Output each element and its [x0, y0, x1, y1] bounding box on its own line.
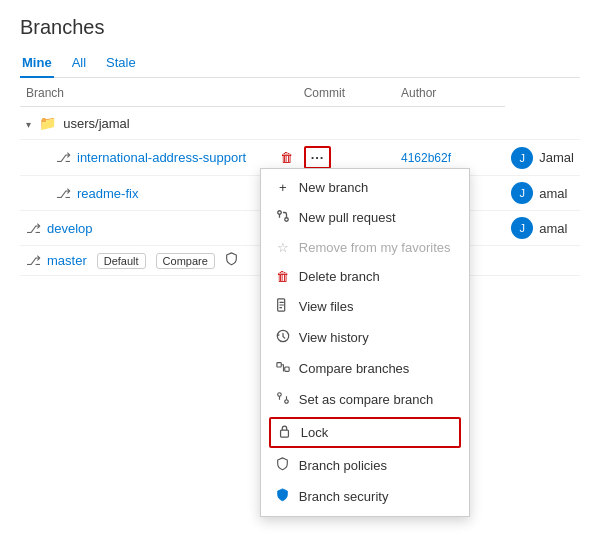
compare-icon [275, 360, 291, 377]
tab-mine[interactable]: Mine [20, 49, 54, 78]
menu-item-new-pr[interactable]: New pull request [261, 202, 469, 233]
lock-icon [277, 424, 293, 441]
tab-stale[interactable]: Stale [104, 49, 138, 78]
menu-item-view-history[interactable]: View history [261, 322, 469, 353]
svg-rect-8 [281, 430, 289, 437]
star-outline-icon: ☆ [275, 240, 291, 255]
commit-hash: 4162b62f [401, 151, 451, 165]
avatar: J [511, 217, 533, 239]
col-header-author: Author [395, 78, 505, 107]
more-actions-button[interactable]: ··· [304, 146, 332, 169]
tab-bar: Mine All Stale [20, 49, 580, 78]
branch-group-row: ▾ 📁 users/jamal [20, 107, 580, 140]
branch-link[interactable]: readme-fix [77, 186, 138, 201]
col-header-branch: Branch [20, 78, 270, 107]
svg-point-0 [278, 211, 282, 215]
col-header-commit: Commit [270, 78, 395, 107]
menu-item-remove-favorites: ☆ Remove from my favorites [261, 233, 469, 262]
author-cell: J Jamal [511, 147, 574, 169]
menu-item-branch-security[interactable]: Branch security [261, 481, 469, 512]
avatar: J [511, 147, 533, 169]
avatar: J [511, 182, 533, 204]
pull-request-icon [275, 209, 291, 226]
branch-link[interactable]: international-address-support [77, 150, 246, 165]
plus-icon: + [275, 180, 291, 195]
menu-item-set-compare-branch[interactable]: Set as compare branch [261, 384, 469, 415]
group-chevron[interactable]: ▾ [26, 119, 31, 130]
delete-icon[interactable]: 🗑 [280, 150, 293, 165]
svg-rect-5 [285, 367, 289, 371]
tab-all[interactable]: All [70, 49, 88, 78]
menu-item-branch-policies[interactable]: Branch policies [261, 450, 469, 481]
shield-icon [275, 488, 291, 505]
author-cell: J amal [511, 182, 574, 204]
menu-item-view-files[interactable]: View files [261, 291, 469, 322]
branch-link[interactable]: develop [47, 221, 93, 236]
menu-item-lock[interactable]: Lock [269, 417, 461, 448]
group-name: users/jamal [63, 116, 129, 131]
page-title: Branches [20, 16, 580, 39]
branch-icon: ⎇ [26, 253, 41, 268]
branch-link[interactable]: master [47, 253, 87, 268]
branch-icon: ⎇ [56, 186, 71, 201]
folder-icon: 📁 [39, 115, 56, 131]
svg-rect-4 [277, 363, 281, 367]
table-row: ⎇ international-address-support 🗑 ··· + … [20, 140, 580, 176]
branches-table: Branch Commit Author ▾ 📁 users/jamal ⎇ i… [20, 78, 580, 276]
compare-badge: Compare [156, 253, 215, 269]
default-badge: Default [97, 253, 146, 269]
context-menu: + New branch New pull request ☆ Remove f… [260, 168, 470, 517]
author-cell: J amal [511, 217, 574, 239]
set-compare-icon [275, 391, 291, 408]
menu-item-delete-branch[interactable]: 🗑 Delete branch [261, 262, 469, 291]
author-name: Jamal [539, 150, 574, 165]
policy-icon [275, 457, 291, 474]
file-icon [275, 298, 291, 315]
author-name: amal [539, 221, 567, 236]
branch-policy-icon [225, 252, 238, 269]
menu-item-new-branch[interactable]: + New branch [261, 173, 469, 202]
svg-point-7 [285, 400, 289, 404]
author-name: amal [539, 186, 567, 201]
svg-point-6 [278, 393, 282, 397]
history-icon [275, 329, 291, 346]
trash-icon: 🗑 [275, 269, 291, 284]
svg-point-1 [285, 218, 289, 222]
branch-icon: ⎇ [26, 221, 41, 236]
menu-item-compare-branches[interactable]: Compare branches [261, 353, 469, 384]
branch-icon: ⎇ [56, 150, 71, 165]
